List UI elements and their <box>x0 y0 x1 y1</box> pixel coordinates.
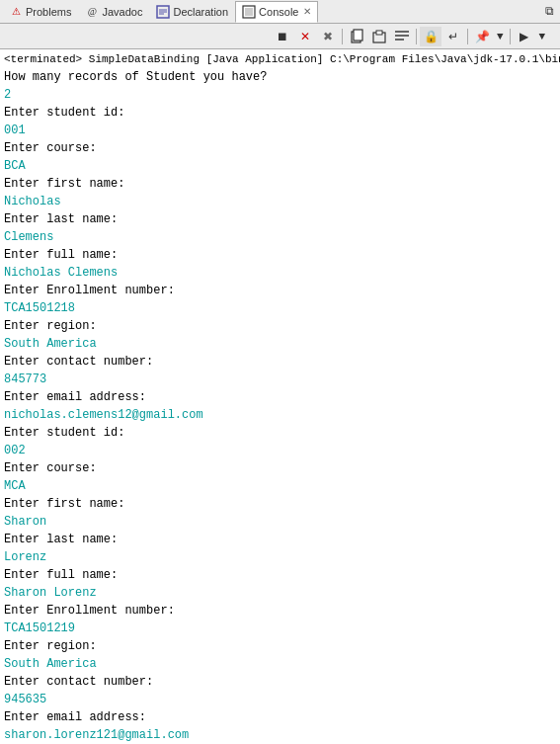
console-line: South America <box>4 655 556 673</box>
console-line: 002 <box>4 442 556 459</box>
console-line: 001 <box>4 122 556 139</box>
disconnect-button[interactable]: ✖ <box>317 27 339 46</box>
svg-rect-9 <box>376 31 382 35</box>
clear-console-button[interactable] <box>391 27 413 46</box>
console-line: Lorenz <box>4 548 556 566</box>
console-line: Nicholas <box>4 193 556 210</box>
tab-bar: ⚠ Problems @ Javadoc Declaration Console… <box>0 0 560 24</box>
svg-rect-12 <box>395 39 404 41</box>
console-dropdown[interactable]: ▼ <box>494 29 507 44</box>
tab-declaration[interactable]: Declaration <box>149 1 235 23</box>
console-lines-container: How many records of Student you have?2En… <box>4 68 556 745</box>
svg-rect-5 <box>245 8 253 16</box>
tab-javadoc[interactable]: @ Javadoc <box>78 1 149 23</box>
console-icon <box>242 5 256 19</box>
console-line: Enter first name: <box>4 175 556 193</box>
console-line: Enter email address: <box>4 388 556 406</box>
restore-icon[interactable]: ⧉ <box>541 3 558 21</box>
problems-icon: ⚠ <box>9 5 23 19</box>
console-line: Enter course: <box>4 139 556 157</box>
console-line: Enter student id: <box>4 424 556 442</box>
tab-declaration-label: Declaration <box>173 6 228 18</box>
tab-console-label: Console <box>259 6 298 18</box>
console-line: 2 <box>4 86 556 104</box>
console-output[interactable]: <terminated> SimpleDataBinding [Java App… <box>0 49 560 744</box>
svg-rect-10 <box>395 31 409 33</box>
console-close-icon[interactable]: ✕ <box>303 6 311 17</box>
console-line: Enter last name: <box>4 210 556 228</box>
console-line: BCA <box>4 157 556 175</box>
dropdown-arrow: ▼ <box>497 31 504 42</box>
word-wrap-button[interactable]: ↵ <box>442 27 464 46</box>
toolbar-separator-3 <box>467 29 468 44</box>
svg-rect-11 <box>395 35 409 37</box>
console-line: Enter course: <box>4 459 556 477</box>
tab-problems[interactable]: ⚠ Problems <box>2 1 78 23</box>
console-line: 945635 <box>4 691 556 708</box>
console-line: Enter region: <box>4 637 556 655</box>
console-line: TCA1501218 <box>4 299 556 317</box>
terminate-button[interactable]: ✕ <box>294 27 316 46</box>
open-console-button[interactable]: ▶ <box>514 27 535 46</box>
declaration-icon <box>156 5 170 19</box>
console-line: Enter contact number: <box>4 673 556 691</box>
open-dropdown[interactable]: ▼ <box>536 29 549 44</box>
copy-output-button[interactable] <box>346 27 367 46</box>
console-line: South America <box>4 335 556 353</box>
stop-button[interactable]: ⏹ <box>272 27 293 46</box>
toolbar-separator-4 <box>510 29 511 44</box>
console-line: TCA1501219 <box>4 620 556 637</box>
console-line: Enter contact number: <box>4 353 556 371</box>
javadoc-icon: @ <box>85 5 99 19</box>
pin-console-button[interactable]: 📌 <box>471 27 493 46</box>
console-line: 845773 <box>4 371 556 388</box>
console-header: <terminated> SimpleDataBinding [Java App… <box>4 51 556 68</box>
console-line: Enter email address: <box>4 708 556 726</box>
toolbar-separator-2 <box>416 29 417 44</box>
console-line: Nicholas Clemens <box>4 264 556 282</box>
console-line: Enter first name: <box>4 495 556 513</box>
console-line: Enter full name: <box>4 566 556 584</box>
console-line: MCA <box>4 477 556 495</box>
tab-javadoc-label: Javadoc <box>102 6 142 18</box>
scroll-lock-button[interactable]: 🔒 <box>420 27 441 46</box>
open-dropdown-arrow: ▼ <box>539 31 546 42</box>
console-line: Sharon Lorenz <box>4 584 556 602</box>
toolbar-separator-1 <box>342 29 343 44</box>
console-line: Enter full name: <box>4 246 556 264</box>
console-line: Sharon <box>4 513 556 531</box>
console-toolbar: ⏹ ✕ ✖ 🔒 ↵ 📌 ▼ ▶ ▼ <box>0 24 560 49</box>
console-line: nicholas.clemens12@gmail.com <box>4 406 556 424</box>
console-line: How many records of Student you have? <box>4 68 556 86</box>
console-line: Enter student id: <box>4 104 556 122</box>
tab-problems-label: Problems <box>26 6 71 18</box>
svg-rect-7 <box>354 30 362 41</box>
console-line: Enter Enrollment number: <box>4 282 556 299</box>
console-line: sharon.lorenz121@gmail.com <box>4 726 556 744</box>
paste-input-button[interactable] <box>368 27 390 46</box>
console-line: Enter last name: <box>4 531 556 548</box>
console-line: Enter region: <box>4 317 556 335</box>
console-line: Enter Enrollment number: <box>4 602 556 620</box>
console-line: Clemens <box>4 228 556 246</box>
tab-console[interactable]: Console ✕ <box>235 1 318 23</box>
